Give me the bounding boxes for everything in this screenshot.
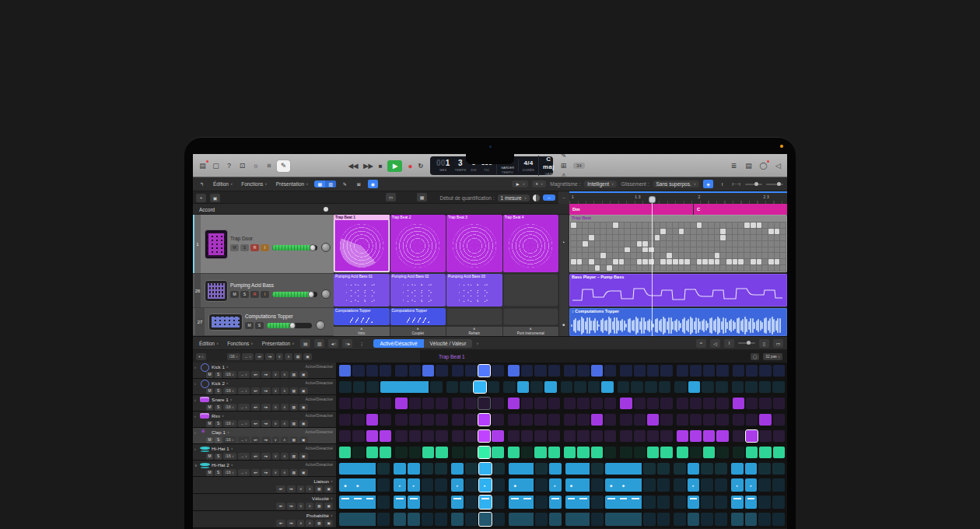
- seq-row-header[interactable]: ›Kick 1∨Activé/DésactivéMS/16∨→∨◂++▸∨∧▦▣: [193, 363, 336, 378]
- division-stepper[interactable]: /16∨: [223, 453, 236, 460]
- step-cell[interactable]: [394, 513, 406, 526]
- marquee-tool-icon[interactable]: ⊠: [354, 180, 364, 188]
- step-cell[interactable]: [452, 414, 464, 426]
- region-bass-player[interactable]: Bass Player – Pump Bass: [569, 274, 787, 307]
- step-cell[interactable]: [772, 463, 785, 475]
- mute-button[interactable]: M: [230, 244, 239, 251]
- pan-knob[interactable]: [321, 243, 331, 252]
- step-cell[interactable]: [659, 381, 671, 393]
- step-cell[interactable]: [436, 398, 447, 409]
- step-cell[interactable]: [746, 430, 758, 442]
- step-cell[interactable]: ▸: [745, 478, 758, 492]
- step-cell[interactable]: [352, 496, 364, 509]
- step-cell[interactable]: [534, 447, 546, 458]
- step-cell[interactable]: [677, 365, 688, 377]
- step-cell[interactable]: [521, 513, 534, 526]
- step-cell[interactable]: [366, 365, 378, 377]
- step-cell[interactable]: [408, 496, 420, 509]
- step-cell[interactable]: [577, 365, 589, 377]
- step-cell[interactable]: [677, 414, 688, 426]
- seq-notes-icon[interactable]: ▥: [314, 339, 324, 348]
- step-cell[interactable]: [534, 365, 546, 377]
- menu-presentation[interactable]: Présentation∨: [274, 180, 311, 187]
- extend-left-button[interactable]: ◂+: [255, 353, 264, 360]
- step-cell[interactable]: [339, 430, 351, 442]
- step-cell[interactable]: [465, 447, 477, 458]
- step-cell[interactable]: [377, 478, 390, 492]
- mute-button[interactable]: M: [206, 470, 213, 476]
- step-cell[interactable]: [422, 365, 434, 377]
- step-cell[interactable]: [380, 365, 391, 377]
- clear-button[interactable]: ▣: [299, 404, 308, 411]
- step-cell[interactable]: [408, 463, 420, 475]
- extend-right-button[interactable]: +▸: [261, 420, 270, 427]
- mode-stepper-icon[interactable]: ∨: [476, 342, 478, 345]
- step-cell[interactable]: [493, 478, 506, 492]
- shift-down-button[interactable]: ∨: [297, 503, 305, 510]
- step-cell[interactable]: [715, 496, 727, 509]
- snap-icon[interactable]: ◈: [703, 180, 713, 188]
- loop-cell[interactable]: Trap Beat 3: [446, 215, 502, 272]
- display-icon[interactable]: ⊞: [558, 161, 569, 171]
- step-cell[interactable]: [565, 513, 578, 526]
- step-cell[interactable]: [492, 398, 503, 409]
- fill-button[interactable]: ▦: [290, 387, 299, 394]
- seq-row-header[interactable]: ›Snare 1∨Activé/DésactivéMS/16∨→∨◂++▸∨∧▦…: [193, 395, 336, 411]
- step-cell[interactable]: [492, 430, 503, 442]
- step-cell[interactable]: [629, 463, 642, 475]
- panel-right-icon[interactable]: ▭: [773, 339, 783, 348]
- secondary-tool-selector[interactable]: +∨: [532, 180, 546, 187]
- stop-button[interactable]: ■: [379, 163, 383, 170]
- loop-cell[interactable]: Trap Beat 2: [390, 215, 446, 272]
- step-cell[interactable]: [634, 430, 646, 442]
- division-stepper[interactable]: /16∨: [223, 404, 236, 411]
- step-cell[interactable]: [465, 430, 477, 442]
- shift-up-button[interactable]: ∧: [281, 420, 289, 427]
- step-cell[interactable]: [465, 496, 478, 509]
- step-cell[interactable]: ◆: [352, 478, 364, 492]
- track-header[interactable]: 26Pumping Acid BassMSRI: [193, 274, 334, 308]
- step-cell[interactable]: [715, 513, 727, 526]
- step-cell[interactable]: [745, 513, 758, 526]
- step-cell[interactable]: ▸: [451, 478, 464, 492]
- pointer-tool-selector[interactable]: ►∨: [512, 180, 528, 187]
- step-cell[interactable]: [479, 496, 492, 509]
- mute-button[interactable]: M: [245, 322, 254, 329]
- catch-icon[interactable]: I: [724, 339, 734, 348]
- step-cell[interactable]: [702, 381, 714, 393]
- step-cell[interactable]: [772, 496, 785, 509]
- step-cell[interactable]: [451, 513, 464, 526]
- step-cell[interactable]: [377, 513, 390, 526]
- extend-left-button[interactable]: ◂+: [251, 453, 260, 460]
- step-cell[interactable]: [758, 478, 771, 492]
- step-cell[interactable]: [339, 463, 352, 475]
- step-cell[interactable]: [591, 478, 604, 492]
- step-cell[interactable]: [733, 365, 744, 377]
- clear-button[interactable]: ▣: [324, 520, 333, 527]
- division-stepper[interactable]: /16∨: [223, 436, 236, 443]
- mute-button[interactable]: M: [206, 388, 213, 394]
- step-cell[interactable]: [701, 513, 713, 526]
- step-cell[interactable]: [380, 447, 391, 458]
- step-cell[interactable]: [677, 430, 688, 442]
- step-cell[interactable]: [451, 496, 464, 509]
- loop-cell[interactable]: Computations Topper: [390, 308, 446, 325]
- disclosure-icon[interactable]: ›: [194, 447, 198, 451]
- step-cell[interactable]: [409, 414, 421, 426]
- shift-up-button[interactable]: ∧: [281, 436, 289, 443]
- step-cell[interactable]: [759, 365, 771, 377]
- step-cell[interactable]: [620, 447, 632, 458]
- step-cell[interactable]: [535, 513, 548, 526]
- step-cell[interactable]: [772, 381, 785, 393]
- region-computations-topper[interactable]: ↕ Computations Topper: [569, 308, 787, 336]
- step-cell[interactable]: [352, 513, 364, 526]
- step-cell[interactable]: ◆: [618, 478, 630, 492]
- step-cell[interactable]: [733, 414, 744, 426]
- step-cell[interactable]: [647, 430, 659, 442]
- seq-menu-presentation[interactable]: Présentation∨: [260, 340, 297, 347]
- step-cell[interactable]: [534, 414, 546, 426]
- division-stepper[interactable]: /16∨: [223, 420, 236, 427]
- monitor-icon[interactable]: ▢: [211, 161, 221, 171]
- step-cell[interactable]: [422, 398, 434, 409]
- step-cell[interactable]: [657, 496, 670, 509]
